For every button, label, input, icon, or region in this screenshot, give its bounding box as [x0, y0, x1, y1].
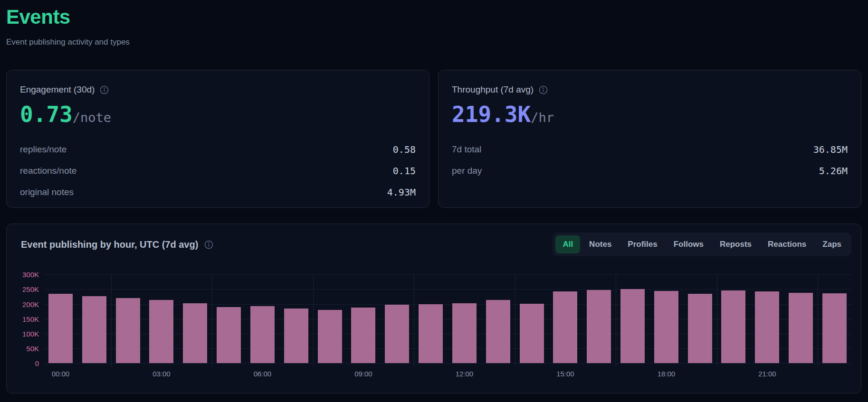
tab-all[interactable]: All [555, 235, 580, 253]
x-tick-label: 21:00 [758, 370, 776, 378]
x-tick-label: 06:00 [254, 370, 272, 378]
bar-slot [111, 274, 145, 363]
bar-10:00[interactable] [385, 305, 409, 363]
bar-15:00[interactable] [553, 291, 577, 363]
bar-slot [717, 274, 751, 363]
chart-y-axis: 050K100K150K200K250K300K [16, 274, 44, 363]
throughput-rows: 7d total36.85Mper day5.26M [452, 139, 848, 181]
page-subtitle: Event publishing activity and types [6, 37, 861, 47]
tab-zaps[interactable]: Zaps [815, 235, 849, 253]
bar-16:00[interactable] [587, 290, 611, 363]
stat-row: original notes4.93M [20, 181, 416, 203]
info-icon[interactable] [99, 85, 109, 95]
bar-slot [548, 274, 582, 363]
stat-row-label: per day [452, 166, 482, 176]
bar-06:00[interactable] [250, 306, 275, 363]
bar-02:00[interactable] [116, 298, 140, 364]
chart-x-axis: 00:0003:0006:0009:0012:0015:0018:0021:00 [44, 363, 851, 379]
bar-05:00[interactable] [217, 307, 241, 363]
stat-row-value: 4.93M [387, 187, 416, 198]
stat-row-value: 0.15 [393, 165, 416, 177]
x-tick-label: 03:00 [153, 370, 171, 378]
bar-11:00[interactable] [419, 304, 443, 363]
bar-23:00[interactable] [822, 293, 847, 363]
bar-chart: 050K100K150K200K250K300K 00:0003:0006:00… [16, 274, 851, 379]
info-icon[interactable] [538, 85, 548, 95]
info-icon[interactable] [204, 240, 214, 250]
bar-08:00[interactable] [318, 310, 342, 363]
bar-17:00[interactable] [620, 289, 645, 363]
bar-00:00[interactable] [48, 294, 73, 363]
x-tick-label: 00:00 [52, 370, 70, 378]
x-tick-label: 18:00 [658, 370, 676, 378]
bar-07:00[interactable] [284, 309, 308, 363]
bar-01:00[interactable] [82, 296, 106, 363]
bar-slot [346, 274, 380, 363]
tab-reactions[interactable]: Reactions [761, 235, 813, 253]
bar-slot [77, 274, 111, 363]
bar-slot [144, 274, 178, 363]
bar-slot [750, 274, 784, 363]
events-dashboard: Events Event publishing activity and typ… [6, 6, 861, 393]
y-tick-label: 150K [22, 315, 39, 323]
bar-03:00[interactable] [149, 300, 173, 363]
throughput-card-title: Throughput (7d avg) [452, 84, 534, 95]
stat-row-label: 7d total [452, 144, 481, 155]
stats-row: Engagement (30d) 0.73 /note replies/note… [6, 70, 861, 208]
tab-reposts[interactable]: Reposts [713, 235, 759, 253]
stat-row-value: 36.85M [813, 144, 848, 155]
bar-slot [818, 274, 851, 363]
bar-slot [649, 274, 683, 363]
bar-slot [246, 274, 279, 363]
bar-slot [279, 274, 313, 363]
throughput-card: Throughput (7d avg) 219.3K /hr 7d total3… [438, 70, 861, 208]
bar-slot [515, 274, 549, 363]
engagement-unit: /note [73, 110, 111, 125]
bar-21:00[interactable] [755, 291, 779, 363]
bar-slot [616, 274, 649, 363]
chart-title: Event publishing by hour, UTC (7d avg) [21, 239, 198, 250]
y-tick-label: 200K [22, 300, 39, 308]
stat-row-value: 0.58 [393, 144, 416, 155]
bar-12:00[interactable] [452, 303, 477, 364]
bar-slot [178, 274, 212, 363]
bar-slot [44, 274, 77, 363]
y-tick-label: 100K [22, 329, 39, 337]
stat-row-label: replies/note [20, 144, 67, 155]
chart-plot-area: 00:0003:0006:0009:0012:0015:0018:0021:00 [44, 274, 851, 379]
engagement-card-title: Engagement (30d) [20, 84, 95, 95]
stat-row-value: 5.26M [819, 165, 848, 177]
stat-row: 7d total36.85M [452, 139, 848, 160]
bar-04:00[interactable] [183, 303, 207, 364]
tab-follows[interactable]: Follows [667, 235, 711, 253]
bar-slot [784, 274, 818, 363]
y-tick-label: 0 [35, 359, 39, 367]
stat-row-label: reactions/note [20, 166, 76, 176]
event-publishing-chart-card: Event publishing by hour, UTC (7d avg) A… [6, 224, 861, 393]
bar-slot [481, 274, 515, 363]
throughput-unit: /hr [531, 110, 554, 125]
engagement-rows: replies/note0.58reactions/note0.15origin… [20, 139, 416, 203]
bar-slot [582, 274, 616, 363]
bar-19:00[interactable] [688, 294, 712, 363]
y-tick-label: 250K [22, 285, 39, 293]
stat-row: per day5.26M [452, 160, 848, 181]
stat-row: reactions/note0.15 [20, 160, 416, 181]
bar-14:00[interactable] [520, 304, 544, 363]
bar-22:00[interactable] [789, 293, 813, 363]
event-type-tabs: AllNotesProfilesFollowsRepostsReactionsZ… [553, 233, 851, 256]
bar-09:00[interactable] [351, 308, 375, 363]
bar-slot [212, 274, 246, 363]
bars-container [44, 274, 851, 363]
tab-profiles[interactable]: Profiles [620, 235, 664, 253]
tab-notes[interactable]: Notes [582, 235, 619, 253]
bar-13:00[interactable] [486, 300, 510, 363]
bar-20:00[interactable] [721, 290, 745, 363]
engagement-card: Engagement (30d) 0.73 /note replies/note… [6, 70, 429, 208]
bar-18:00[interactable] [654, 291, 678, 364]
page-title: Events [6, 6, 861, 28]
bar-slot [414, 274, 448, 363]
throughput-value: 219.3K [452, 102, 531, 127]
stat-row-label: original notes [20, 187, 74, 197]
bar-slot [380, 274, 414, 363]
